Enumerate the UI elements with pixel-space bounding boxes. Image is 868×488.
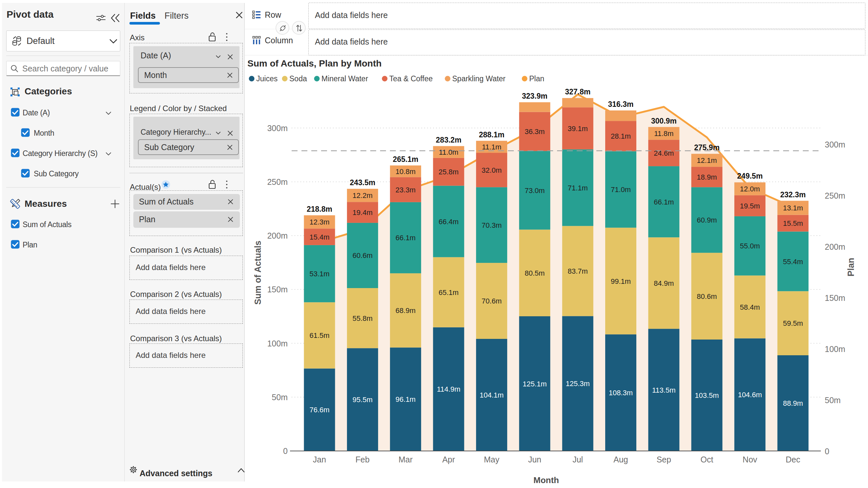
svg-text:125.3m: 125.3m xyxy=(566,379,590,388)
svg-text:327.8m: 327.8m xyxy=(565,88,590,96)
svg-text:Aug: Aug xyxy=(613,455,628,464)
svg-text:60.6m: 60.6m xyxy=(352,251,373,260)
svg-text:80.6m: 80.6m xyxy=(697,292,717,301)
svg-text:18.9m: 18.9m xyxy=(697,173,717,181)
svg-text:150m: 150m xyxy=(267,285,288,294)
svg-text:265.1m: 265.1m xyxy=(393,155,418,163)
svg-text:65.1m: 65.1m xyxy=(439,288,459,297)
svg-text:11.0m: 11.0m xyxy=(439,148,458,156)
svg-text:Plan: Plan xyxy=(529,74,544,83)
svg-text:55.0m: 55.0m xyxy=(740,242,760,250)
svg-text:28.1m: 28.1m xyxy=(611,132,631,140)
svg-text:300.9m: 300.9m xyxy=(651,117,677,125)
svg-text:32.0m: 32.0m xyxy=(482,166,502,174)
svg-text:66.4m: 66.4m xyxy=(439,218,459,226)
svg-text:24.6m: 24.6m xyxy=(654,149,674,157)
svg-text:Dec: Dec xyxy=(786,455,800,464)
svg-text:12.2m: 12.2m xyxy=(352,191,373,200)
svg-text:15.4m: 15.4m xyxy=(309,233,329,241)
svg-text:316.3m: 316.3m xyxy=(608,100,633,109)
svg-text:113.5m: 113.5m xyxy=(652,386,676,394)
svg-text:0: 0 xyxy=(825,447,829,456)
svg-text:68.9m: 68.9m xyxy=(396,306,415,315)
svg-text:19.5m: 19.5m xyxy=(740,202,760,210)
svg-text:Jul: Jul xyxy=(572,455,583,464)
svg-text:84.9m: 84.9m xyxy=(654,279,674,287)
svg-text:23.3m: 23.3m xyxy=(396,186,415,194)
svg-text:Plan: Plan xyxy=(846,257,856,276)
svg-text:250m: 250m xyxy=(267,177,288,186)
svg-text:300m: 300m xyxy=(267,124,288,133)
svg-text:12.3m: 12.3m xyxy=(309,218,329,226)
svg-text:Month: Month xyxy=(533,475,559,485)
svg-text:25.8m: 25.8m xyxy=(439,168,459,176)
svg-text:39.1m: 39.1m xyxy=(568,125,588,133)
svg-text:243.5m: 243.5m xyxy=(350,178,375,187)
svg-text:12.1m: 12.1m xyxy=(697,156,717,164)
svg-text:150m: 150m xyxy=(825,293,845,303)
svg-text:May: May xyxy=(484,455,500,464)
svg-text:50m: 50m xyxy=(825,396,841,405)
svg-text:53.1m: 53.1m xyxy=(309,270,329,278)
svg-text:275.9m: 275.9m xyxy=(694,143,719,152)
svg-text:58.4m: 58.4m xyxy=(740,303,760,311)
svg-text:Sep: Sep xyxy=(657,455,671,464)
svg-text:60.9m: 60.9m xyxy=(697,216,717,224)
svg-text:125.1m: 125.1m xyxy=(523,380,547,388)
svg-text:Soda: Soda xyxy=(289,74,307,83)
svg-text:323.9m: 323.9m xyxy=(522,92,548,100)
svg-text:Mineral Water: Mineral Water xyxy=(321,74,368,83)
svg-text:Sum of Actuals: Sum of Actuals xyxy=(253,241,263,305)
svg-text:Tea & Coffee: Tea & Coffee xyxy=(389,74,433,83)
svg-text:Jun: Jun xyxy=(528,455,541,464)
svg-text:55.4m: 55.4m xyxy=(783,257,803,266)
svg-text:250m: 250m xyxy=(825,191,845,200)
svg-text:36.3m: 36.3m xyxy=(525,127,545,136)
svg-text:76.6m: 76.6m xyxy=(309,406,329,414)
svg-text:Jan: Jan xyxy=(313,455,326,464)
svg-text:59.5m: 59.5m xyxy=(783,319,803,327)
svg-text:19.4m: 19.4m xyxy=(352,208,373,217)
svg-text:Juices: Juices xyxy=(256,74,278,83)
svg-text:114.9m: 114.9m xyxy=(437,385,460,393)
svg-text:66.1m: 66.1m xyxy=(396,234,415,242)
svg-text:108.3m: 108.3m xyxy=(609,389,633,397)
svg-text:15.5m: 15.5m xyxy=(783,219,803,227)
svg-text:80.5m: 80.5m xyxy=(525,269,545,277)
svg-text:283.2m: 283.2m xyxy=(436,136,461,144)
svg-text:104.1m: 104.1m xyxy=(480,391,504,399)
svg-text:83.7m: 83.7m xyxy=(568,267,588,275)
svg-text:Sum of Actuals, Plan by Month: Sum of Actuals, Plan by Month xyxy=(247,58,382,68)
svg-text:Sparkling Water: Sparkling Water xyxy=(452,74,505,83)
svg-text:103.5m: 103.5m xyxy=(695,391,719,399)
svg-text:218.8m: 218.8m xyxy=(307,205,332,213)
svg-text:99.1m: 99.1m xyxy=(611,277,631,285)
svg-text:70.6m: 70.6m xyxy=(482,297,502,305)
svg-text:Mar: Mar xyxy=(398,455,412,464)
svg-text:11.1m: 11.1m xyxy=(482,143,502,151)
svg-text:100m: 100m xyxy=(267,339,288,348)
svg-text:Oct: Oct xyxy=(701,455,713,464)
svg-text:61.5m: 61.5m xyxy=(309,331,329,339)
svg-text:100m: 100m xyxy=(825,344,845,354)
svg-text:88.9m: 88.9m xyxy=(783,399,803,407)
svg-text:55.8m: 55.8m xyxy=(352,314,373,323)
svg-text:Nov: Nov xyxy=(743,455,757,464)
svg-text:50m: 50m xyxy=(272,393,288,402)
svg-text:73.0m: 73.0m xyxy=(525,186,545,195)
svg-text:70.3m: 70.3m xyxy=(482,221,502,230)
svg-text:11.8m: 11.8m xyxy=(654,129,674,138)
svg-text:Feb: Feb xyxy=(355,455,370,464)
svg-text:71.0m: 71.0m xyxy=(611,185,631,194)
svg-text:300m: 300m xyxy=(825,140,845,149)
svg-text:12.0m: 12.0m xyxy=(740,185,760,193)
svg-text:71.1m: 71.1m xyxy=(568,184,588,192)
svg-text:95.5m: 95.5m xyxy=(352,396,373,404)
svg-text:66.1m: 66.1m xyxy=(654,198,674,206)
svg-text:200m: 200m xyxy=(267,231,288,240)
svg-text:249.5m: 249.5m xyxy=(737,172,763,180)
svg-text:232.3m: 232.3m xyxy=(780,190,806,199)
svg-text:10.8m: 10.8m xyxy=(396,167,415,176)
svg-text:Apr: Apr xyxy=(442,455,455,464)
svg-text:13.1m: 13.1m xyxy=(783,204,803,212)
